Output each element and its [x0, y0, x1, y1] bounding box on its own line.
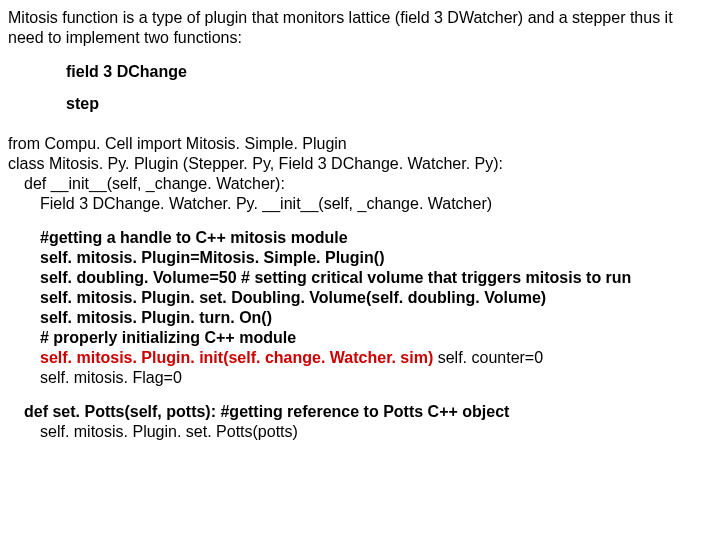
function-field3dchange: field 3 DChange: [66, 62, 712, 82]
code-line: self. mitosis. Plugin. set. Doubling. Vo…: [8, 288, 712, 308]
code-line: class Mitosis. Py. Plugin (Stepper. Py, …: [8, 154, 712, 174]
code-line: self. mitosis. Flag=0: [8, 368, 712, 388]
code-line: Field 3 DChange. Watcher. Py. __init__(s…: [8, 194, 712, 214]
function-list: field 3 DChange step: [8, 62, 712, 114]
code-line: def set. Potts(self, potts): #getting re…: [8, 402, 712, 422]
code-line: self. doubling. Volume=50 # setting crit…: [8, 268, 712, 288]
code-text: self. counter=0: [433, 349, 543, 366]
code-line: self. mitosis. Plugin. init(self. change…: [8, 348, 712, 368]
code-line: from Compu. Cell import Mitosis. Simple.…: [8, 134, 712, 154]
code-text-highlight: self. mitosis. Plugin. init(self. change…: [40, 349, 433, 366]
intro-text: Mitosis function is a type of plugin tha…: [8, 8, 712, 48]
code-line: #getting a handle to C++ mitosis module: [8, 228, 712, 248]
code-line: # properly initializing C++ module: [8, 328, 712, 348]
code-line: def __init__(self, _change. Watcher):: [8, 174, 712, 194]
code-line: self. mitosis. Plugin. turn. On(): [8, 308, 712, 328]
code-line: self. mitosis. Plugin=Mitosis. Simple. P…: [8, 248, 712, 268]
function-step: step: [66, 94, 712, 114]
code-line: self. mitosis. Plugin. set. Potts(potts): [8, 422, 712, 442]
code-block: from Compu. Cell import Mitosis. Simple.…: [8, 134, 712, 442]
